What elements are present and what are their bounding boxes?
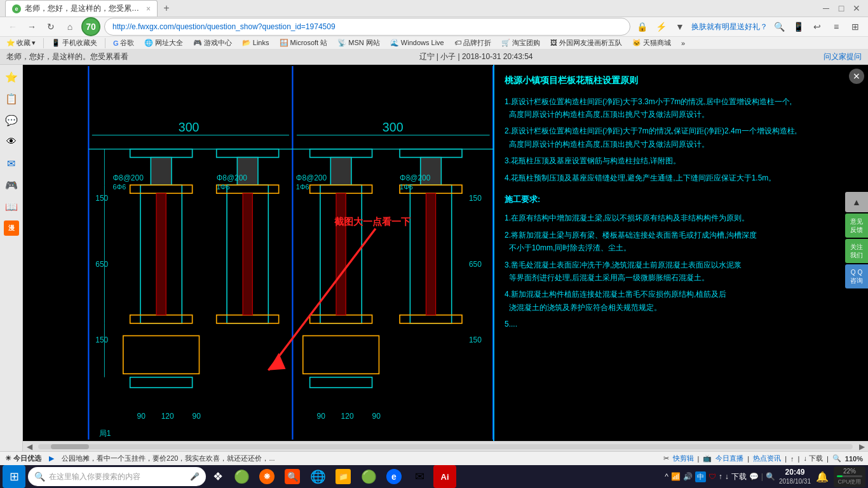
status-bar: ☀ 今日优选 ▶ 公园地摊，看中一个玉挂件，要价220，我实在欢喜，就还还还价，… — [0, 451, 868, 465]
bookmark-mobile[interactable]: 📱 手机收藏夹 — [48, 37, 101, 49]
page-title-bar: 老师，您好，是这样的。您受累看看 辽宁 | 小子 | 2018-10-31 20… — [0, 50, 868, 65]
page-action-link[interactable]: 问义家提问 — [824, 51, 862, 62]
notification-button[interactable]: 🔔 — [815, 469, 830, 484]
sidebar-icon-star[interactable]: ⭐ — [2, 67, 21, 86]
tray-upload[interactable]: ↑ — [719, 472, 722, 481]
taskbar-app-ai[interactable]: Ai — [433, 465, 456, 488]
scrollbar-thumb[interactable] — [51, 444, 89, 449]
start-button[interactable]: ⊞ — [3, 465, 25, 488]
svg-text:150: 150 — [469, 194, 482, 203]
sidebar-icon-eye[interactable]: 👁 — [2, 132, 21, 151]
scroll-right-button[interactable]: ▶ — [855, 442, 868, 451]
bookmark-favorites[interactable]: ⭐ 收藏▾ — [3, 37, 39, 49]
taskbar-app-green[interactable]: 🟢 — [357, 465, 380, 488]
toolbar-menu-icon[interactable]: ≡ — [829, 19, 844, 34]
bookmark-foreign[interactable]: 🖼 外国网友漫画析五队 — [546, 37, 626, 49]
bookmark-links[interactable]: 📂 Links — [238, 37, 273, 48]
browser-viewport: 300 — [23, 65, 868, 451]
taskbar-app-ie[interactable]: 🌐 — [306, 465, 329, 488]
tab-favicon: e — [12, 4, 21, 13]
hot-news-label[interactable]: 热点资讯 — [753, 454, 781, 463]
toolbar-search-icon[interactable]: 🔍 — [771, 19, 787, 34]
bookmark-sites[interactable]: 🌐 网址大全 — [140, 37, 187, 49]
status-right: ✂ 快剪辑 | 📺 今日直播 | 热点资讯 | ↑ | ↓ 下载 | 🔍 110… — [663, 454, 864, 463]
sidebar-icon-mail[interactable]: ✉ — [2, 154, 21, 173]
taskbar-app-evernote[interactable]: 🟢 — [230, 465, 253, 488]
tray-separator: | — [761, 472, 763, 481]
feedback-button[interactable]: 意见反馈 — [845, 214, 868, 238]
home-button[interactable]: ⌂ — [62, 19, 78, 34]
sidebar-icon-book[interactable]: 📖 — [2, 197, 21, 216]
bookmark-taobao[interactable]: 🛒 淘宝团购 — [498, 37, 544, 49]
bookmark-windows-live[interactable]: 🌊 Windows Live — [386, 37, 448, 48]
sidebar-icon-game[interactable]: 🎮 — [2, 175, 21, 194]
taskbar-search-box[interactable]: 🔍 在这里输入你要搜索的内容 🎤 — [28, 467, 206, 486]
qq-button[interactable]: Q Q咨询 — [845, 264, 868, 288]
toolbar-grid-icon[interactable]: ⊞ — [848, 19, 863, 34]
page-info-button[interactable]: 🔒 — [634, 19, 649, 34]
horizontal-scrollbar[interactable]: ◀ ▶ — [23, 441, 868, 451]
bookmark-brand[interactable]: 🏷 品牌打折 — [451, 37, 495, 49]
cpu-usage-widget: 22% CPU使用 — [834, 466, 865, 487]
lightning-button[interactable]: ⚡ — [653, 19, 668, 34]
game-icon: 🎮 — [5, 179, 18, 191]
tray-lang[interactable]: 中 — [695, 471, 706, 482]
toolbar-back-icon[interactable]: ↩ — [810, 19, 825, 34]
dropdown-button[interactable]: ▼ — [672, 19, 688, 34]
tray-up-arrow[interactable]: ^ — [665, 472, 668, 481]
svg-text:120: 120 — [341, 412, 354, 421]
toolbar-promo[interactable]: 换肤就有明星送好礼？ — [691, 22, 768, 32]
download-label[interactable]: ↓ 下载 — [803, 454, 823, 463]
back-button[interactable]: ← — [5, 19, 20, 34]
tray-antivirus[interactable]: 🛡 — [709, 472, 716, 481]
bookmark-separator-2 — [105, 38, 105, 48]
bookmark-games[interactable]: 🎮 游戏中心 — [189, 37, 236, 49]
tab-close-button[interactable]: × — [146, 4, 151, 13]
status-arrow-up: ↑ — [790, 455, 794, 463]
tray-download-icon[interactable]: ↓ — [725, 472, 729, 481]
bookmark-google[interactable]: G 谷歌 — [109, 37, 138, 49]
bookmark-msn[interactable]: 📡 MSN 网站 — [334, 37, 384, 49]
scroll-left-button[interactable]: ◀ — [23, 442, 36, 451]
today-live-label[interactable]: 今日直播 — [715, 454, 743, 463]
panel-close-button[interactable]: ✕ — [849, 69, 864, 84]
tray-im[interactable]: 💬 — [749, 472, 759, 481]
taskbar-mic-icon[interactable]: 🎤 — [190, 472, 200, 481]
scrollbar-track[interactable] — [38, 444, 853, 449]
taskbar-app-flower[interactable]: ❋ — [255, 465, 278, 488]
taskbar-app-ie2[interactable]: e — [383, 465, 405, 488]
tray-search-icon[interactable]: 🔍 — [766, 472, 775, 481]
forward-button[interactable]: → — [24, 19, 39, 34]
new-tab-button[interactable]: + — [159, 1, 174, 16]
taskbar-app-search[interactable]: 🔍 — [281, 465, 304, 488]
taskbar-app-mail[interactable]: ✉ — [408, 465, 431, 488]
toolbar-phone-icon[interactable]: 📱 — [790, 19, 806, 34]
sidebar-icon-manga[interactable]: 漫 — [2, 219, 21, 238]
sidebar-icon-note[interactable]: 📋 — [2, 89, 21, 108]
bookmark-tmall[interactable]: 🐱 天猫商城 — [628, 37, 675, 49]
taskbar-clock[interactable]: 20:49 2018/10/31 — [779, 467, 811, 487]
minimize-button[interactable]: ─ — [820, 2, 832, 15]
status-separator-4: | — [798, 455, 800, 463]
task-view-button[interactable]: ❖ — [208, 467, 227, 486]
refresh-button[interactable]: ↻ — [43, 19, 58, 34]
scroll-top-button[interactable]: ▲ — [845, 192, 868, 212]
cpu-bar-bg — [837, 475, 862, 477]
browser-tab[interactable]: e 老师，您好，是这样的，您受累看看 × — [5, 0, 158, 17]
taskbar-app-folder[interactable]: 📁 — [332, 465, 355, 488]
bookmark-microsoft[interactable]: 🪟 Microsoft 站 — [276, 37, 332, 49]
tray-volume[interactable]: 🔊 — [683, 472, 693, 481]
svg-text:650: 650 — [469, 260, 482, 269]
today-picks-label[interactable]: ☀ 今日优选 — [5, 454, 41, 463]
sidebar-icon-chat[interactable]: 💬 — [2, 111, 21, 130]
maximize-button[interactable]: □ — [835, 2, 848, 15]
follow-button[interactable]: 关注我们 — [845, 239, 868, 263]
svg-text:300: 300 — [383, 121, 403, 135]
bookmark-more[interactable]: » — [677, 38, 689, 48]
principle-item-1: 1.原设计栏板位置构造柱间距(净距)大于3.3m小于7m的情况,居中位置增设构造… — [505, 95, 858, 121]
tray-network[interactable]: 📶 — [671, 472, 681, 481]
tray-download-label[interactable]: 下载 — [731, 471, 747, 482]
address-input[interactable] — [104, 18, 630, 36]
close-button[interactable]: ✕ — [850, 2, 863, 15]
quick-clip-label[interactable]: 快剪辑 — [673, 454, 694, 463]
